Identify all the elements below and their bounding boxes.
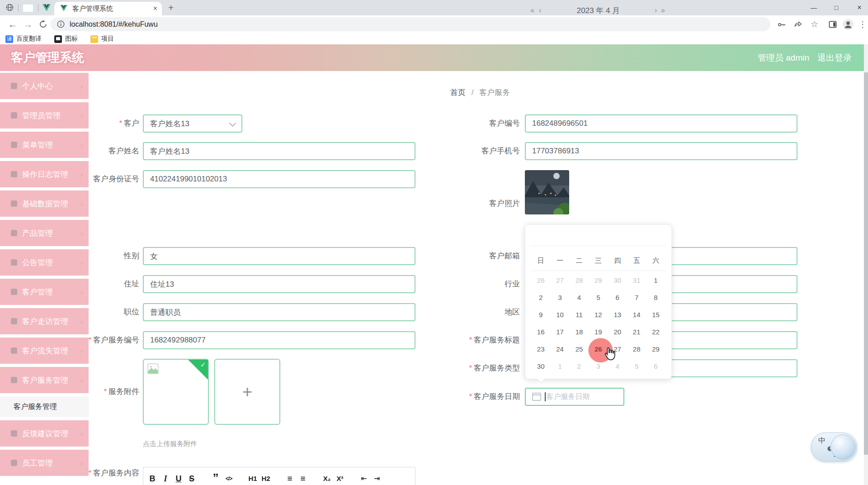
calendar-day[interactable]: 13 [608, 306, 627, 323]
calendar-day[interactable]: 11 [570, 306, 589, 323]
calendar-day[interactable]: 31 [627, 271, 646, 289]
calendar-day[interactable]: 25 [570, 340, 589, 357]
window-maximize-button[interactable]: □ [830, 0, 843, 15]
window-minimize-button[interactable]: — [807, 0, 821, 15]
sidebar-item-3[interactable]: 操作日志管理› [0, 161, 89, 187]
sidebar-item-0[interactable]: 个人中心› [0, 73, 89, 99]
calendar-title[interactable]: 2023 年 4 月 [525, 5, 672, 16]
strikethrough-button[interactable]: S [187, 474, 196, 484]
uploaded-attachment-thumb[interactable]: ✓ [143, 359, 209, 425]
service-no-input[interactable]: 1682492988077 [143, 331, 415, 349]
address-bar[interactable]: localhost:8081/#/kehuFuwu [51, 17, 770, 31]
customer-photo[interactable] [525, 170, 569, 214]
calendar-day[interactable]: 19 [589, 323, 608, 340]
ime-chinese-mode[interactable]: 中 [818, 436, 826, 446]
calendar-day[interactable]: 27 [550, 271, 569, 289]
ime-toolbar[interactable]: 中 [811, 433, 857, 461]
calendar-day[interactable]: 30 [531, 357, 550, 375]
sidebar-item-11[interactable]: 反馈建议管理› [0, 420, 89, 447]
job-input[interactable]: 普通职员 [143, 303, 415, 321]
id-card-input[interactable]: 410224199010102013 [143, 170, 415, 188]
upload-add-box[interactable]: + [214, 359, 280, 425]
customer-select[interactable]: 客户姓名13 [143, 114, 242, 133]
calendar-day[interactable]: 1 [550, 357, 569, 375]
logout-button[interactable]: 退出登录 [817, 44, 852, 71]
password-key-icon[interactable] [777, 20, 786, 31]
phone-input[interactable]: 17703786913 [525, 142, 797, 160]
outdent-button[interactable]: ⇤ [359, 474, 368, 484]
window-close-button[interactable]: × [853, 0, 866, 15]
calendar-day[interactable]: 5 [627, 357, 646, 375]
calendar-day[interactable]: 5 [589, 289, 608, 306]
calendar-day[interactable]: 29 [589, 271, 608, 289]
calendar-day[interactable]: 6 [608, 289, 627, 306]
calendar-day[interactable]: 6 [646, 357, 665, 375]
italic-button[interactable]: I [161, 474, 170, 484]
sidebar-item-10[interactable]: 客户服务管理› [0, 367, 89, 393]
gender-input[interactable]: 女 [143, 247, 415, 265]
calendar-day[interactable]: 2 [570, 357, 589, 375]
calendar-day[interactable]: 29 [646, 340, 665, 357]
calendar-day[interactable]: 14 [627, 306, 646, 323]
calendar-day[interactable]: 1 [646, 271, 665, 289]
profile-avatar[interactable] [842, 19, 854, 32]
sidebar-item-7[interactable]: 客户管理› [0, 279, 89, 305]
back-icon[interactable]: ← [8, 15, 17, 33]
sidebar-item-6[interactable]: 公告管理› [0, 249, 89, 276]
calendar-day[interactable]: 4 [570, 289, 589, 306]
calendar-day[interactable]: 24 [550, 340, 569, 357]
sidebar-item-1[interactable]: 管理员管理› [0, 102, 89, 128]
calendar-day[interactable]: 17 [550, 323, 569, 340]
calendar-day[interactable]: 28 [627, 340, 646, 357]
bookmark-item-2[interactable]: 项目 [90, 35, 114, 43]
address-input[interactable]: 住址13 [143, 275, 415, 293]
scrollbar-thumb[interactable] [864, 72, 868, 455]
calendar-day[interactable]: 8 [646, 289, 665, 306]
calendar-day[interactable]: 28 [570, 271, 589, 289]
breadcrumb-home[interactable]: 首页 [450, 88, 466, 97]
share-icon[interactable] [793, 19, 803, 31]
indent-button[interactable]: ⇥ [373, 474, 382, 484]
subscript-button[interactable]: X₂ [322, 474, 331, 484]
bullet-list-button[interactable]: ≡ [298, 474, 307, 484]
calendar-day[interactable]: 3 [550, 289, 569, 306]
sidebar-item-5[interactable]: 产品管理› [0, 220, 89, 246]
calendar-day[interactable]: 26 [531, 271, 550, 289]
sidebar-item-12[interactable]: 员工管理› [0, 450, 89, 476]
superscript-button[interactable]: X² [335, 474, 344, 484]
calendar-day[interactable]: 18 [570, 323, 589, 340]
service-date-input[interactable]: 客户服务日期 [525, 388, 624, 406]
sidebar-item-8[interactable]: 客户走访管理› [0, 308, 89, 334]
calendar-day[interactable]: 10 [550, 306, 569, 323]
ime-globe-icon[interactable] [830, 434, 856, 460]
calendar-day[interactable]: 23 [531, 340, 550, 357]
blockquote-button[interactable]: ” [211, 474, 220, 482]
sidebar-submenu-item-active[interactable]: 客户服务管理 [0, 396, 89, 417]
bookmark-item-1[interactable]: 图标 [54, 35, 78, 43]
header-user[interactable]: 管理员 admin [758, 44, 809, 71]
url-text[interactable]: localhost:8081/#/kehuFuwu [70, 17, 158, 31]
reload-icon[interactable] [39, 20, 47, 30]
sidebar-item-9[interactable]: 客户流失管理› [0, 338, 89, 364]
calendar-day[interactable]: 2 [531, 289, 550, 306]
calendar-day[interactable]: 21 [627, 323, 646, 340]
customer-name-input[interactable]: 客户姓名13 [143, 142, 415, 160]
forward-icon[interactable]: → [24, 15, 33, 33]
calendar-day[interactable]: 12 [589, 306, 608, 323]
calendar-day[interactable]: 22 [646, 323, 665, 340]
browser-menu-dots-icon[interactable]: ⋮ [859, 15, 867, 33]
sidebar-item-2[interactable]: 菜单管理› [0, 132, 89, 158]
bold-button[interactable]: B [148, 474, 157, 484]
bookmark-star-icon[interactable]: ☆ [811, 15, 818, 33]
upload-hint[interactable]: 点击上传服务附件 [143, 440, 197, 448]
header-2-button[interactable]: H2 [261, 474, 270, 484]
underline-button[interactable]: U [174, 474, 183, 484]
new-tab-button[interactable]: + [168, 1, 174, 14]
browser-tab-active[interactable]: 客户管理系统 × [54, 2, 162, 15]
bookmark-item-0[interactable]: 译百度翻译 [5, 35, 42, 43]
site-info-icon[interactable] [57, 20, 65, 30]
calendar-day[interactable]: 30 [608, 271, 627, 289]
code-block-button[interactable]: </> [224, 474, 233, 484]
calendar-day[interactable]: 7 [627, 289, 646, 306]
customer-no-input[interactable]: 1682489696501 [525, 114, 797, 133]
